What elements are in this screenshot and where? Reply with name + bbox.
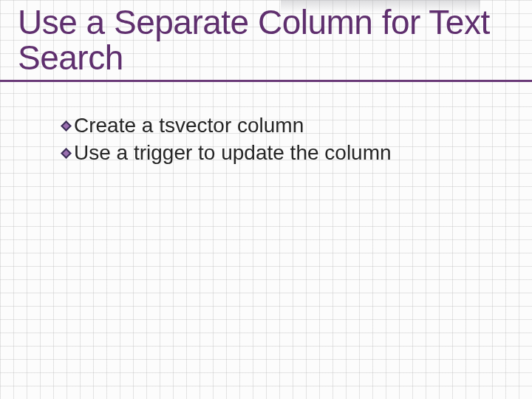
slide-content: Use a Separate Column for Text Search Cr… [0,0,532,166]
bullet-text: Use a trigger to update the column [74,140,392,166]
title-underline [0,80,532,82]
title-container: Use a Separate Column for Text Search [0,0,532,82]
list-item: Create a tsvector column [61,113,514,138]
bullet-list: Create a tsvector column Use a trigger t… [0,82,532,166]
diamond-bullet-icon [61,148,72,159]
bullet-text: Create a tsvector column [74,113,304,138]
list-item: Use a trigger to update the column [61,140,514,166]
diamond-bullet-icon [61,120,72,132]
slide-title: Use a Separate Column for Text Search [18,4,514,76]
